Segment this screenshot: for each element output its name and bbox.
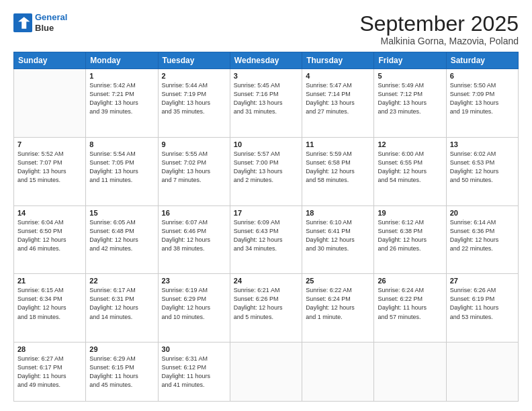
day-info: Sunrise: 5:45 AMSunset: 7:16 PMDaylight:… bbox=[234, 81, 298, 116]
calendar-cell: 21Sunrise: 6:15 AMSunset: 6:34 PMDayligh… bbox=[14, 274, 86, 342]
day-number: 11 bbox=[306, 140, 370, 148]
weekday-header: Monday bbox=[86, 52, 158, 69]
header: General Blue September 2025 Malkinia Gor… bbox=[13, 12, 519, 46]
day-info: Sunrise: 6:26 AMSunset: 6:19 PMDaylight:… bbox=[450, 286, 515, 321]
logo: General Blue bbox=[13, 12, 67, 33]
day-info: Sunrise: 6:15 AMSunset: 6:34 PMDaylight:… bbox=[17, 286, 82, 321]
day-info: Sunrise: 6:00 AMSunset: 6:55 PMDaylight:… bbox=[378, 150, 442, 185]
day-info: Sunrise: 6:27 AMSunset: 6:17 PMDaylight:… bbox=[17, 355, 82, 390]
day-info: Sunrise: 5:52 AMSunset: 7:07 PMDaylight:… bbox=[17, 150, 82, 185]
day-number: 8 bbox=[89, 140, 154, 148]
day-info: Sunrise: 5:49 AMSunset: 7:12 PMDaylight:… bbox=[378, 81, 442, 116]
day-info: Sunrise: 6:19 AMSunset: 6:29 PMDaylight:… bbox=[162, 286, 226, 321]
calendar-cell bbox=[374, 342, 446, 402]
day-info: Sunrise: 6:31 AMSunset: 6:12 PMDaylight:… bbox=[162, 355, 226, 390]
day-info: Sunrise: 6:07 AMSunset: 6:46 PMDaylight:… bbox=[162, 218, 226, 253]
calendar-cell: 8Sunrise: 5:54 AMSunset: 7:05 PMDaylight… bbox=[86, 137, 158, 205]
weekday-header: Wednesday bbox=[230, 52, 302, 69]
calendar-cell: 3Sunrise: 5:45 AMSunset: 7:16 PMDaylight… bbox=[230, 69, 302, 138]
day-info: Sunrise: 5:57 AMSunset: 7:00 PMDaylight:… bbox=[234, 150, 298, 185]
day-number: 20 bbox=[450, 209, 515, 217]
day-info: Sunrise: 6:29 AMSunset: 6:15 PMDaylight:… bbox=[89, 355, 154, 390]
day-info: Sunrise: 5:50 AMSunset: 7:09 PMDaylight:… bbox=[450, 81, 515, 116]
calendar-cell: 13Sunrise: 6:02 AMSunset: 6:53 PMDayligh… bbox=[446, 137, 518, 205]
day-number: 10 bbox=[234, 140, 298, 148]
calendar-cell: 6Sunrise: 5:50 AMSunset: 7:09 PMDaylight… bbox=[446, 69, 518, 138]
day-number: 14 bbox=[17, 209, 82, 217]
day-number: 21 bbox=[17, 277, 82, 285]
day-info: Sunrise: 6:21 AMSunset: 6:26 PMDaylight:… bbox=[234, 286, 298, 321]
day-info: Sunrise: 5:47 AMSunset: 7:14 PMDaylight:… bbox=[306, 81, 370, 116]
day-info: Sunrise: 6:24 AMSunset: 6:22 PMDaylight:… bbox=[378, 286, 442, 321]
day-info: Sunrise: 5:42 AMSunset: 7:21 PMDaylight:… bbox=[89, 81, 154, 116]
month-title: September 2025 bbox=[359, 12, 519, 36]
calendar-cell: 14Sunrise: 6:04 AMSunset: 6:50 PMDayligh… bbox=[14, 205, 86, 274]
calendar-cell: 28Sunrise: 6:27 AMSunset: 6:17 PMDayligh… bbox=[14, 342, 86, 402]
calendar-cell bbox=[446, 342, 518, 402]
day-info: Sunrise: 5:44 AMSunset: 7:19 PMDaylight:… bbox=[162, 81, 226, 116]
day-number: 4 bbox=[306, 72, 370, 80]
calendar-cell bbox=[302, 342, 374, 402]
weekday-header: Sunday bbox=[14, 52, 86, 69]
calendar-cell: 9Sunrise: 5:55 AMSunset: 7:02 PMDaylight… bbox=[158, 137, 230, 205]
day-number: 25 bbox=[306, 277, 370, 285]
title-block: September 2025 Malkinia Gorna, Mazovia, … bbox=[359, 12, 519, 46]
page: General Blue September 2025 Malkinia Gor… bbox=[0, 0, 532, 411]
calendar-cell: 15Sunrise: 6:05 AMSunset: 6:48 PMDayligh… bbox=[86, 205, 158, 274]
calendar-cell: 29Sunrise: 6:29 AMSunset: 6:15 PMDayligh… bbox=[86, 342, 158, 402]
calendar-cell: 18Sunrise: 6:10 AMSunset: 6:41 PMDayligh… bbox=[302, 205, 374, 274]
calendar-cell: 23Sunrise: 6:19 AMSunset: 6:29 PMDayligh… bbox=[158, 274, 230, 342]
day-number: 24 bbox=[234, 277, 298, 285]
day-number: 3 bbox=[234, 72, 298, 80]
calendar-cell: 12Sunrise: 6:00 AMSunset: 6:55 PMDayligh… bbox=[374, 137, 446, 205]
calendar-cell: 27Sunrise: 6:26 AMSunset: 6:19 PMDayligh… bbox=[446, 274, 518, 342]
day-number: 12 bbox=[378, 140, 442, 148]
day-number: 9 bbox=[162, 140, 226, 148]
day-number: 2 bbox=[162, 72, 226, 80]
day-info: Sunrise: 5:59 AMSunset: 6:58 PMDaylight:… bbox=[306, 150, 370, 185]
calendar-cell: 11Sunrise: 5:59 AMSunset: 6:58 PMDayligh… bbox=[302, 137, 374, 205]
day-info: Sunrise: 6:17 AMSunset: 6:31 PMDaylight:… bbox=[89, 286, 154, 321]
logo-text: General Blue bbox=[35, 12, 67, 33]
location: Malkinia Gorna, Mazovia, Poland bbox=[359, 36, 519, 46]
logo-icon bbox=[13, 13, 32, 32]
day-info: Sunrise: 6:22 AMSunset: 6:24 PMDaylight:… bbox=[306, 286, 370, 321]
day-number: 29 bbox=[89, 345, 154, 353]
logo-line1: General bbox=[35, 12, 67, 22]
day-number: 16 bbox=[162, 209, 226, 217]
weekday-header: Saturday bbox=[446, 52, 518, 69]
day-number: 27 bbox=[450, 277, 515, 285]
day-info: Sunrise: 6:12 AMSunset: 6:38 PMDaylight:… bbox=[378, 218, 442, 253]
calendar-cell: 4Sunrise: 5:47 AMSunset: 7:14 PMDaylight… bbox=[302, 69, 374, 138]
calendar-cell: 2Sunrise: 5:44 AMSunset: 7:19 PMDaylight… bbox=[158, 69, 230, 138]
calendar-cell bbox=[230, 342, 302, 402]
calendar-table: SundayMondayTuesdayWednesdayThursdayFrid… bbox=[13, 52, 519, 402]
day-number: 30 bbox=[162, 345, 226, 353]
calendar-cell: 17Sunrise: 6:09 AMSunset: 6:43 PMDayligh… bbox=[230, 205, 302, 274]
calendar-cell bbox=[14, 69, 86, 138]
calendar-cell: 25Sunrise: 6:22 AMSunset: 6:24 PMDayligh… bbox=[302, 274, 374, 342]
calendar-cell: 20Sunrise: 6:14 AMSunset: 6:36 PMDayligh… bbox=[446, 205, 518, 274]
day-number: 15 bbox=[89, 209, 154, 217]
calendar-cell: 19Sunrise: 6:12 AMSunset: 6:38 PMDayligh… bbox=[374, 205, 446, 274]
calendar-cell: 16Sunrise: 6:07 AMSunset: 6:46 PMDayligh… bbox=[158, 205, 230, 274]
day-number: 6 bbox=[450, 72, 515, 80]
day-number: 28 bbox=[17, 345, 82, 353]
weekday-header: Thursday bbox=[302, 52, 374, 69]
calendar-cell: 1Sunrise: 5:42 AMSunset: 7:21 PMDaylight… bbox=[86, 69, 158, 138]
weekday-header: Tuesday bbox=[158, 52, 230, 69]
day-info: Sunrise: 5:54 AMSunset: 7:05 PMDaylight:… bbox=[89, 150, 154, 185]
day-number: 23 bbox=[162, 277, 226, 285]
logo-line2: Blue bbox=[35, 23, 67, 34]
calendar-cell: 26Sunrise: 6:24 AMSunset: 6:22 PMDayligh… bbox=[374, 274, 446, 342]
day-number: 22 bbox=[89, 277, 154, 285]
day-info: Sunrise: 6:14 AMSunset: 6:36 PMDaylight:… bbox=[450, 218, 515, 253]
calendar-cell: 10Sunrise: 5:57 AMSunset: 7:00 PMDayligh… bbox=[230, 137, 302, 205]
day-info: Sunrise: 6:05 AMSunset: 6:48 PMDaylight:… bbox=[89, 218, 154, 253]
day-number: 26 bbox=[378, 277, 442, 285]
calendar-cell: 5Sunrise: 5:49 AMSunset: 7:12 PMDaylight… bbox=[374, 69, 446, 138]
day-number: 7 bbox=[17, 140, 82, 148]
day-number: 18 bbox=[306, 209, 370, 217]
day-info: Sunrise: 6:09 AMSunset: 6:43 PMDaylight:… bbox=[234, 218, 298, 253]
day-number: 17 bbox=[234, 209, 298, 217]
